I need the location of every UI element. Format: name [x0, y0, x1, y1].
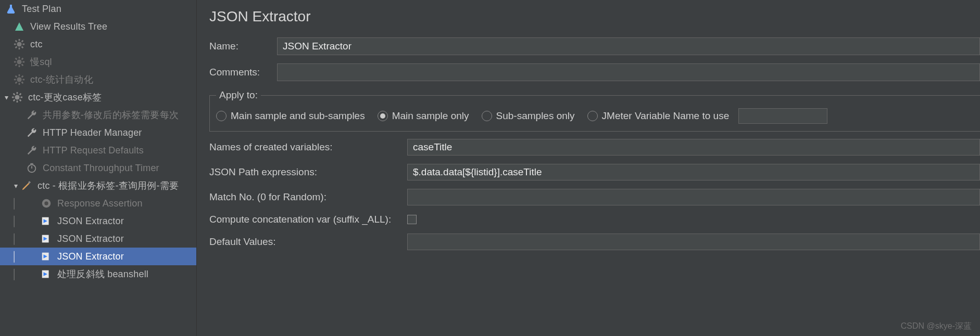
- svg-point-42: [44, 201, 48, 205]
- default-label: Default Values:: [209, 236, 402, 248]
- name-input[interactable]: [277, 37, 980, 55]
- watermark: CSDN @skye-深蓝: [901, 321, 972, 332]
- radio-icon: [216, 111, 227, 121]
- comments-label: Comments:: [209, 67, 272, 78]
- radio-label: Sub-samples only: [496, 110, 575, 122]
- tree-item-request-defaults[interactable]: HTTP Request Defaults: [0, 141, 196, 159]
- svg-line-25: [22, 82, 23, 84]
- tree-item-label: JSON Extractor: [57, 216, 124, 227]
- concat-field-row: Compute concatenation var (suffix _ALL):: [209, 214, 980, 225]
- tree-item-beanshell[interactable]: │ 处理反斜线 beanshell: [0, 265, 196, 283]
- collapse-toggle[interactable]: ▾: [2, 93, 10, 101]
- tree-icon: [12, 20, 26, 33]
- svg-line-8: [16, 47, 17, 48]
- radio-main-and-sub[interactable]: Main sample and sub-samples: [216, 110, 365, 122]
- tree-item-label: HTTP Request Defaults: [43, 145, 144, 156]
- concat-label: Compute concatenation var (suffix _ALL):: [209, 214, 402, 225]
- tree-item-stats[interactable]: ctc-统计自动化: [0, 71, 196, 88]
- tree-item-label: ctc: [30, 39, 43, 50]
- svg-marker-0: [15, 22, 23, 31]
- comments-field-row: Comments:: [209, 63, 980, 81]
- tree-item-label: 处理反斜线 beanshell: [57, 268, 148, 280]
- tree-item-ctc[interactable]: ctc: [0, 35, 196, 53]
- jmeter-var-input[interactable]: [738, 108, 827, 124]
- svg-point-10: [17, 59, 21, 64]
- svg-line-35: [14, 100, 15, 101]
- svg-line-9: [22, 41, 23, 42]
- tree-item-view-results[interactable]: View Results Tree: [0, 18, 196, 35]
- pencil-icon: [20, 179, 33, 192]
- names-field-row: Names of created variables:: [209, 139, 980, 156]
- radio-jmeter-var[interactable]: JMeter Variable Name to use: [587, 108, 828, 124]
- match-no-field-row: Match No. (0 for Random):: [209, 189, 980, 205]
- gear-icon: [12, 37, 26, 51]
- tree-item-throughput-timer[interactable]: Constant Throughput Timer: [0, 159, 196, 177]
- tree-item-header-manager[interactable]: HTTP Header Manager: [0, 124, 196, 141]
- extractor-icon: [40, 214, 53, 228]
- tree-item-json-extractor-selected[interactable]: │ JSON Extractor: [0, 248, 196, 265]
- apply-to-legend: Apply to:: [216, 89, 261, 101]
- tree-item-label: Response Assertion: [57, 198, 143, 209]
- tree-item-label: 共用参数-修改后的标签需要每次: [43, 109, 179, 121]
- tree-item-label: JSON Extractor: [57, 234, 124, 244]
- svg-line-33: [14, 94, 15, 95]
- svg-line-27: [22, 76, 23, 77]
- svg-line-6: [16, 41, 17, 42]
- apply-to-fieldset: Apply to: Main sample and sub-samples Ma…: [209, 89, 980, 132]
- svg-line-26: [16, 82, 17, 84]
- tree-item-edit-case[interactable]: ▾ ctc-更改case标签: [0, 88, 196, 106]
- wrench-icon: [25, 144, 39, 157]
- json-path-field-row: JSON Path expressions:: [209, 164, 980, 180]
- tree-item-label: 慢sql: [30, 56, 52, 68]
- extractor-icon: [40, 232, 53, 245]
- svg-point-37: [28, 165, 36, 173]
- svg-point-28: [15, 95, 19, 99]
- svg-line-16: [22, 64, 23, 66]
- tree-item-label: View Results Tree: [30, 21, 107, 32]
- tree-item-json-extractor[interactable]: │ JSON Extractor: [0, 230, 196, 248]
- extractor-icon: [40, 267, 53, 281]
- comments-input[interactable]: [277, 63, 980, 81]
- tree-root[interactable]: Test Plan: [0, 0, 196, 18]
- radio-main-only[interactable]: Main sample only: [378, 110, 469, 122]
- page-title: JSON Extractor: [209, 8, 980, 25]
- tree-item-label: ctc-更改case标签: [28, 91, 102, 104]
- match-no-input[interactable]: [407, 189, 980, 205]
- extractor-icon: [40, 250, 53, 263]
- radio-icon: [482, 111, 492, 121]
- radio-sub-only[interactable]: Sub-samples only: [482, 110, 575, 122]
- names-label: Names of created variables:: [209, 141, 402, 153]
- collapse-toggle[interactable]: ▾: [11, 182, 20, 190]
- gear-icon: [12, 55, 26, 69]
- radio-icon: [587, 111, 598, 121]
- assertion-icon: [40, 197, 53, 210]
- radio-label: Main sample only: [392, 110, 469, 122]
- svg-line-24: [16, 76, 17, 77]
- tree-item-response-assertion[interactable]: │ Response Assertion: [0, 195, 196, 212]
- tree-item-shared-params[interactable]: 共用参数-修改后的标签需要每次: [0, 106, 196, 124]
- flask-icon: [4, 2, 18, 16]
- tree-panel: Test Plan View Results Tree ctc 慢sql ctc…: [0, 0, 197, 336]
- svg-line-18: [22, 58, 23, 60]
- timer-icon: [25, 161, 39, 175]
- radio-label: JMeter Variable Name to use: [602, 110, 730, 122]
- tree-item-json-extractor[interactable]: │ JSON Extractor: [0, 212, 196, 230]
- wrench-icon: [25, 108, 39, 122]
- json-path-label: JSON Path expressions:: [209, 166, 402, 178]
- names-input[interactable]: [407, 139, 980, 156]
- svg-line-36: [20, 94, 21, 95]
- gear-icon: [12, 73, 26, 86]
- tree-item-sampler[interactable]: ▾ ctc - 根据业务标签-查询用例-需要: [0, 177, 196, 195]
- svg-line-7: [22, 47, 23, 48]
- default-input[interactable]: [407, 234, 980, 250]
- tree-item-slowsql[interactable]: 慢sql: [0, 53, 196, 71]
- svg-point-1: [17, 42, 21, 46]
- radio-icon: [378, 111, 388, 121]
- tree-item-label: ctc-统计自动化: [30, 73, 93, 86]
- default-field-row: Default Values:: [209, 234, 980, 250]
- json-path-input[interactable]: [407, 164, 980, 180]
- tree-item-label: JSON Extractor: [57, 251, 124, 262]
- gear-icon: [10, 91, 24, 104]
- radio-label: Main sample and sub-samples: [231, 110, 365, 122]
- concat-checkbox[interactable]: [407, 215, 417, 224]
